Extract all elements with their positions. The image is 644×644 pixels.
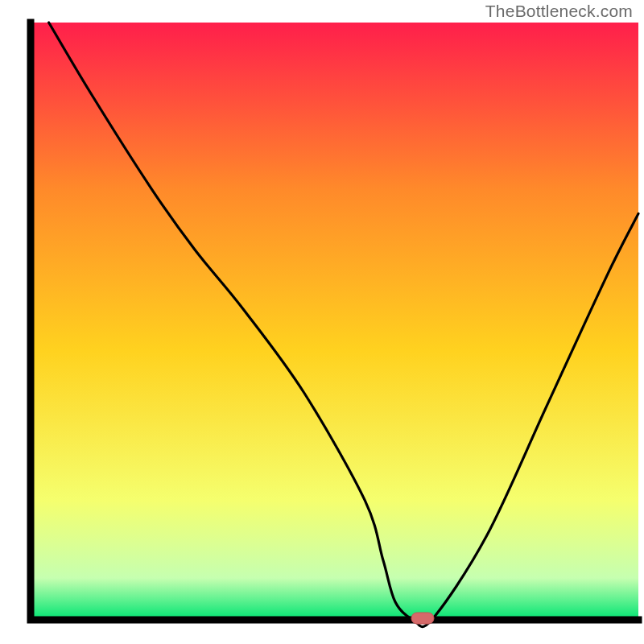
optimal-marker	[411, 613, 434, 624]
chart-frame: TheBottleneck.com	[0, 0, 644, 644]
bottleneck-chart	[0, 0, 644, 644]
watermark-text: TheBottleneck.com	[485, 2, 633, 21]
plot-background	[31, 23, 638, 620]
